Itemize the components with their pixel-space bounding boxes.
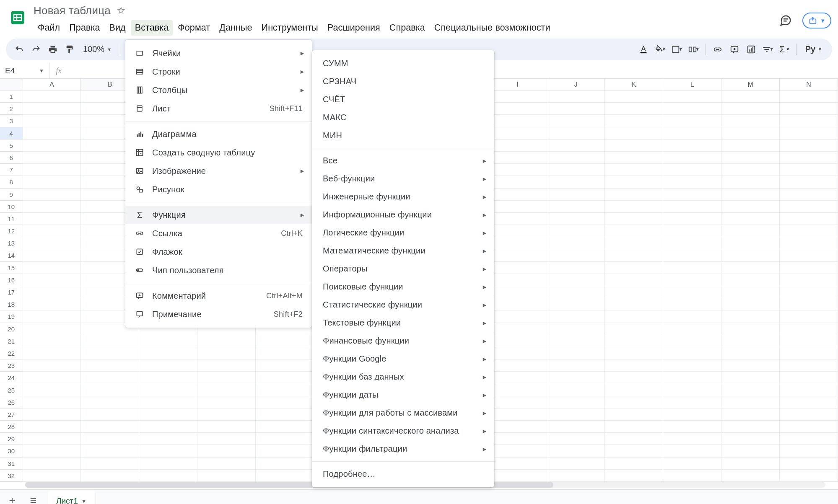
menu-справка[interactable]: Справка xyxy=(385,20,429,36)
cell[interactable] xyxy=(139,384,197,396)
cell[interactable] xyxy=(547,127,605,140)
cell[interactable] xyxy=(547,225,605,237)
cell[interactable] xyxy=(23,310,81,323)
cell[interactable] xyxy=(605,127,663,140)
cell[interactable] xyxy=(489,176,547,188)
cell[interactable] xyxy=(605,152,663,164)
cell[interactable] xyxy=(605,445,663,457)
app-logo[interactable] xyxy=(7,7,29,28)
cell[interactable] xyxy=(23,127,81,140)
cell[interactable] xyxy=(663,90,721,103)
cell[interactable] xyxy=(780,115,838,127)
cell[interactable] xyxy=(780,470,838,482)
cell[interactable] xyxy=(663,433,721,445)
row-header[interactable]: 15 xyxy=(0,262,23,274)
cell[interactable] xyxy=(721,262,780,274)
row-header[interactable]: 14 xyxy=(0,249,23,261)
cell[interactable] xyxy=(23,286,81,298)
cell[interactable] xyxy=(489,225,547,237)
row-header[interactable]: 20 xyxy=(0,323,23,335)
cell[interactable] xyxy=(605,262,663,274)
cell[interactable] xyxy=(23,421,81,433)
menu-файл[interactable]: Файл xyxy=(34,20,64,36)
menu-формат[interactable]: Формат xyxy=(174,20,214,36)
cell[interactable] xyxy=(547,176,605,188)
row-header[interactable]: 27 xyxy=(0,408,23,421)
cell[interactable] xyxy=(663,372,721,384)
cell[interactable] xyxy=(489,408,547,421)
cell[interactable] xyxy=(605,384,663,396)
cell[interactable] xyxy=(256,408,314,421)
py-button[interactable]: Py▼ xyxy=(801,44,826,54)
cell[interactable] xyxy=(547,213,605,225)
chevron-down-icon[interactable]: ▼ xyxy=(81,498,87,504)
cell[interactable] xyxy=(721,298,780,310)
cell[interactable] xyxy=(23,176,81,188)
menu-item-sheet[interactable]: ЛистShift+F11 xyxy=(125,99,312,118)
function-category-item[interactable]: Функции Google► xyxy=(312,350,494,368)
cell[interactable] xyxy=(489,457,547,470)
menu-item-checkbox[interactable]: Флажок xyxy=(125,243,312,261)
cell[interactable] xyxy=(663,274,721,286)
cell[interactable] xyxy=(605,396,663,408)
cell[interactable] xyxy=(605,298,663,310)
row-header[interactable]: 1 xyxy=(0,90,23,103)
cell[interactable] xyxy=(256,457,314,470)
cell[interactable] xyxy=(547,274,605,286)
cell[interactable] xyxy=(139,359,197,372)
cell[interactable] xyxy=(547,164,605,176)
cell[interactable] xyxy=(547,470,605,482)
menu-item-chip[interactable]: Чип пользователя xyxy=(125,261,312,279)
cell[interactable] xyxy=(605,359,663,372)
cell[interactable] xyxy=(780,347,838,359)
cell[interactable] xyxy=(721,396,780,408)
cell[interactable] xyxy=(81,396,139,408)
row-header[interactable]: 6 xyxy=(0,152,23,164)
cell[interactable] xyxy=(489,127,547,140)
cell[interactable] xyxy=(256,433,314,445)
cell[interactable] xyxy=(256,384,314,396)
text-color-button[interactable] xyxy=(636,42,651,57)
function-category-item[interactable]: Операторы► xyxy=(312,260,494,278)
undo-button[interactable] xyxy=(12,42,27,57)
cell[interactable] xyxy=(605,408,663,421)
row-header[interactable]: 18 xyxy=(0,298,23,310)
name-box[interactable]: E4 ▼ xyxy=(0,63,49,78)
cell[interactable] xyxy=(605,286,663,298)
cell[interactable] xyxy=(663,396,721,408)
cell[interactable] xyxy=(489,347,547,359)
cell[interactable] xyxy=(780,335,838,347)
cell[interactable] xyxy=(663,347,721,359)
row-header[interactable]: 32 xyxy=(0,470,23,482)
cell[interactable] xyxy=(547,262,605,274)
cell[interactable] xyxy=(139,470,197,482)
cell[interactable] xyxy=(547,310,605,323)
function-category-item[interactable]: Текстовые функции► xyxy=(312,314,494,332)
cell[interactable] xyxy=(139,347,197,359)
cell[interactable] xyxy=(547,249,605,261)
cell[interactable] xyxy=(489,323,547,335)
cell[interactable] xyxy=(23,164,81,176)
function-quick-item[interactable]: МИН xyxy=(312,127,494,145)
functions-button[interactable]: Σ▼ xyxy=(777,42,792,57)
cell[interactable] xyxy=(139,372,197,384)
cell[interactable] xyxy=(139,445,197,457)
cell[interactable] xyxy=(780,249,838,261)
cell[interactable] xyxy=(721,457,780,470)
cell[interactable] xyxy=(605,237,663,249)
row-header[interactable]: 9 xyxy=(0,189,23,201)
menu-расширения[interactable]: Расширения xyxy=(323,20,384,36)
cell[interactable] xyxy=(139,335,197,347)
cell[interactable] xyxy=(605,470,663,482)
sheet-tab-active[interactable]: Лист1 ▼ xyxy=(48,491,95,504)
cell[interactable] xyxy=(489,445,547,457)
cell[interactable] xyxy=(197,470,256,482)
cell[interactable] xyxy=(197,445,256,457)
cell[interactable] xyxy=(721,201,780,213)
cell[interactable] xyxy=(780,225,838,237)
function-category-item[interactable]: Функции баз данных► xyxy=(312,368,494,386)
cell[interactable] xyxy=(23,90,81,103)
cell[interactable] xyxy=(663,213,721,225)
cell[interactable] xyxy=(605,225,663,237)
menu-item-comment[interactable]: КомментарийCtrl+Alt+M xyxy=(125,287,312,305)
